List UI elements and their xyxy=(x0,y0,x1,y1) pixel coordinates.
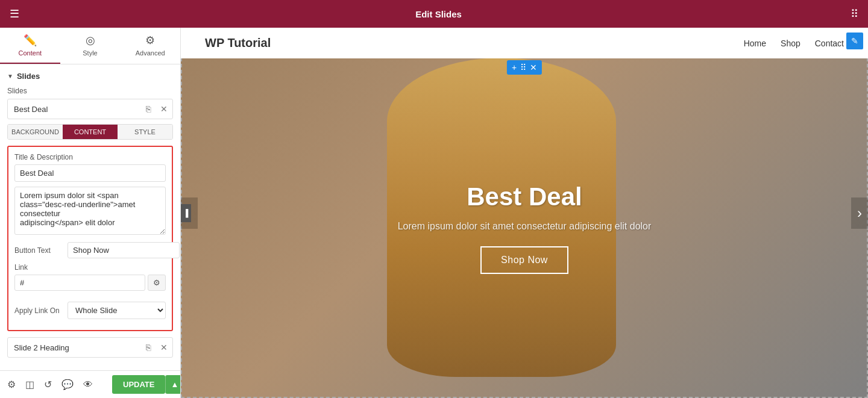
link-settings-button[interactable]: ⚙ xyxy=(148,275,166,291)
layers-icon[interactable]: ◫ xyxy=(25,379,34,390)
preview-area: WP Tutorial Home Shop Contact Best Deal … xyxy=(181,28,868,398)
tab-content-label: Content xyxy=(19,49,42,57)
section-header-slides[interactable]: ▼ Slides xyxy=(7,72,173,81)
style-icon: ◎ xyxy=(86,34,95,47)
sub-tab-background[interactable]: BACKGROUND xyxy=(8,125,63,139)
tab-content[interactable]: ✏️ Content xyxy=(0,28,60,64)
eye-icon[interactable]: 👁 xyxy=(83,379,93,390)
slide-item-2-copy-button[interactable]: ⎘ xyxy=(141,338,156,357)
link-field-row: ⚙ xyxy=(14,275,166,291)
toolbar-close-icon[interactable]: ✕ xyxy=(530,63,537,72)
apply-link-select[interactable]: Whole Slide Button Only xyxy=(68,302,166,319)
content-box: Title & Description Lorem ipsum dolor si… xyxy=(7,146,173,331)
slide-item-1: Best Deal ⎘ ✕ xyxy=(7,99,173,119)
toolbar-add-icon[interactable]: + xyxy=(512,63,517,72)
slide-title: Best Deal xyxy=(398,182,652,211)
slide-shop-now-button[interactable]: Shop Now xyxy=(480,246,568,274)
nav-link-shop[interactable]: Shop xyxy=(781,39,800,48)
update-dropdown-button[interactable]: ▲ xyxy=(165,375,181,394)
content-icon: ✏️ xyxy=(24,34,37,47)
edit-corner-icon[interactable]: ✎ xyxy=(846,33,863,49)
slide-item-1-copy-button[interactable]: ⎘ xyxy=(141,99,156,119)
apply-link-label: Apply Link On xyxy=(14,306,63,315)
grid-icon[interactable]: ⠿ xyxy=(851,7,858,20)
slide-item-1-label: Best Deal xyxy=(8,100,141,119)
slide-item-2-delete-button[interactable]: ✕ xyxy=(156,338,172,357)
notes-icon[interactable]: 💬 xyxy=(61,379,74,390)
preview-logo: WP Tutorial xyxy=(205,36,271,50)
nav-link-home[interactable]: Home xyxy=(744,39,766,48)
column-handle[interactable]: ▐ xyxy=(181,204,191,222)
preview-nav-links: Home Shop Contact xyxy=(744,39,844,48)
update-group: UPDATE ▲ xyxy=(112,375,181,394)
slide-item-1-delete-button[interactable]: ✕ xyxy=(156,99,172,119)
slide-toolbar: + ⠿ ✕ xyxy=(507,60,542,75)
top-bar: ☰ Edit Slides ⠿ xyxy=(0,0,868,28)
slides-label: Slides xyxy=(7,87,173,95)
update-button[interactable]: UPDATE xyxy=(112,375,165,394)
tab-style[interactable]: ◎ Style xyxy=(60,28,121,64)
button-text-label: Button Text xyxy=(14,246,63,255)
title-input[interactable] xyxy=(14,164,166,182)
link-input[interactable] xyxy=(14,275,145,291)
bottom-bar: ⚙ ◫ ↺ 💬 👁 UPDATE ▲ xyxy=(0,370,180,398)
title-desc-label: Title & Description xyxy=(14,153,166,161)
sub-tabs: BACKGROUND CONTENT STYLE xyxy=(7,124,173,140)
hamburger-icon[interactable]: ☰ xyxy=(10,7,19,20)
section-title: Slides xyxy=(17,72,40,81)
slide-background: Best Deal Lorem ipsum dolor sit amet con… xyxy=(181,28,868,398)
tab-advanced-label: Advanced xyxy=(136,49,165,57)
button-text-field: Button Text xyxy=(14,242,166,258)
nav-link-contact[interactable]: Contact xyxy=(815,39,844,48)
slider-next-arrow[interactable]: › xyxy=(851,197,868,229)
sub-tab-style[interactable]: STYLE xyxy=(118,125,172,139)
tab-advanced[interactable]: ⚙ Advanced xyxy=(120,28,180,64)
button-text-input[interactable] xyxy=(68,242,180,258)
slider-container: Best Deal Lorem ipsum dolor sit amet con… xyxy=(181,28,868,398)
main-layout: ✏️ Content ◎ Style ⚙ Advanced ▼ Slides S… xyxy=(0,28,868,398)
apply-link-field: Apply Link On Whole Slide Button Only xyxy=(14,302,166,319)
sidebar: ✏️ Content ◎ Style ⚙ Advanced ▼ Slides S… xyxy=(0,28,181,398)
tab-style-label: Style xyxy=(83,49,97,57)
slide-content: Best Deal Lorem ipsum dolor sit amet con… xyxy=(398,182,652,274)
toolbar-drag-icon[interactable]: ⠿ xyxy=(520,63,526,72)
link-label: Link xyxy=(14,263,166,272)
slide-item-2-label: Slide 2 Heading xyxy=(8,338,141,357)
sub-tab-content[interactable]: CONTENT xyxy=(63,125,118,139)
sidebar-body: ▼ Slides Slides Best Deal ⎘ ✕ BACKGROUND… xyxy=(0,64,180,370)
sidebar-tabs: ✏️ Content ◎ Style ⚙ Advanced xyxy=(0,28,180,64)
collapse-arrow-icon: ▼ xyxy=(7,73,13,79)
settings-icon[interactable]: ⚙ xyxy=(7,379,16,390)
slide-description: Lorem ipsum dolor sit amet consectetur a… xyxy=(398,221,652,232)
top-bar-title: Edit Slides xyxy=(27,9,851,19)
preview-nav: WP Tutorial Home Shop Contact xyxy=(181,28,868,58)
advanced-icon: ⚙ xyxy=(145,34,155,47)
description-textarea[interactable]: Lorem ipsum dolor sit <span class="desc-… xyxy=(14,187,166,235)
slide-item-2: Slide 2 Heading ⎘ ✕ xyxy=(7,337,173,358)
history-icon[interactable]: ↺ xyxy=(44,379,52,390)
